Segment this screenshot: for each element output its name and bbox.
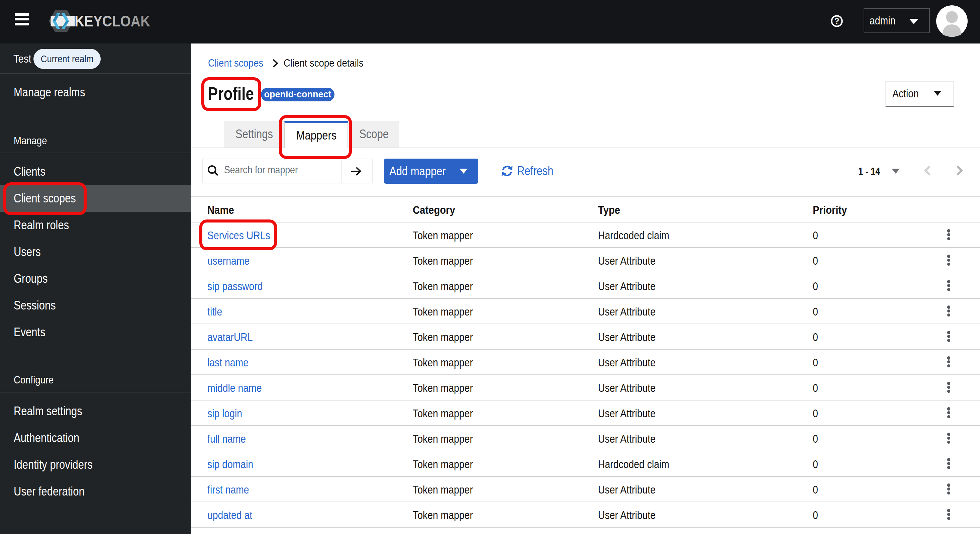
svg-text:?: ?	[835, 16, 840, 26]
svg-text:KEYCLOAK: KEYCLOAK	[75, 13, 150, 30]
